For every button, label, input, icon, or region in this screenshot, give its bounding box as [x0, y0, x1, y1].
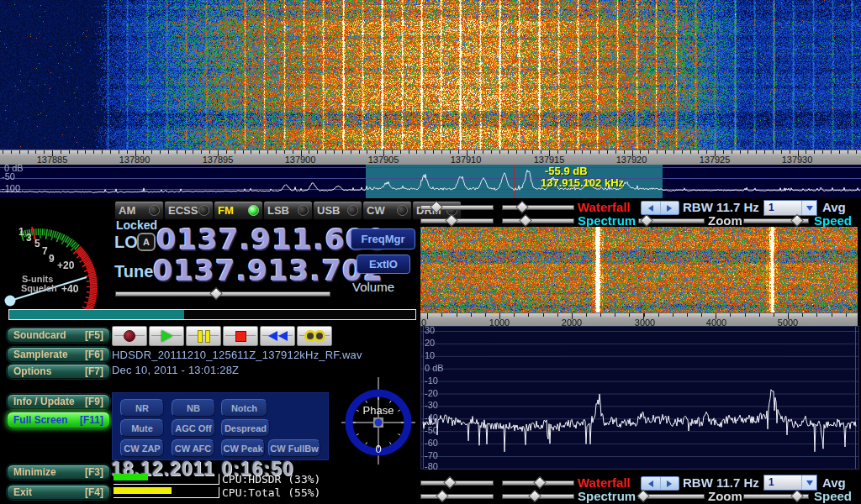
rbw-readout-bottom: RBW 11.7 Hz — [683, 475, 759, 490]
af-waterfall-display[interactable] — [420, 227, 858, 312]
play-button[interactable] — [149, 326, 184, 346]
extio-button[interactable]: ExtIO — [357, 255, 410, 274]
mode-button-usb[interactable]: USB — [313, 201, 362, 220]
signal-level-readout: -55.9 dB — [545, 165, 588, 177]
speed-slider-bottom[interactable] — [743, 491, 809, 501]
progress-fill — [9, 310, 184, 319]
speed-slider-top[interactable] — [743, 215, 809, 226]
smeter-scale-label: 1 — [18, 226, 24, 238]
avg-dropdown-top[interactable]: 1 — [763, 200, 817, 216]
button-label: Full Screen — [13, 414, 68, 426]
slider-thumb[interactable] — [210, 287, 224, 301]
rf-frequency-ruler[interactable]: 137885 137890 137895 137900 137905 13791… — [0, 150, 861, 166]
cpu-hdsdr-bar — [114, 474, 219, 485]
cw-afc-button[interactable]: CW AFC — [172, 439, 214, 457]
slider-track[interactable] — [115, 291, 330, 297]
soundcard-button[interactable]: Soundcard[F5] — [7, 328, 110, 343]
agc-button[interactable]: AGC Off — [172, 419, 215, 437]
waterfall-contrast-slider-bottom[interactable] — [502, 477, 574, 488]
scroll-left-arrow-icon[interactable] — [642, 477, 660, 490]
record-button[interactable] — [112, 326, 147, 346]
smeter-scale-label: 5 — [34, 238, 40, 249]
mute-button[interactable]: Mute — [120, 419, 164, 437]
despread-button[interactable]: Despread — [221, 419, 270, 437]
speed-label-top: Speed — [814, 213, 852, 228]
mode-button-row: AM ECSS FM LSB USB CW DRM — [114, 201, 462, 220]
cw-fullbw-button[interactable]: CW FullBw — [268, 439, 320, 457]
options-button[interactable]: Options[F7] — [7, 364, 110, 379]
waterfall-brightness-slider-bottom[interactable] — [420, 477, 494, 488]
playback-progress-bar[interactable] — [8, 309, 416, 320]
button-label: Minimize — [13, 466, 56, 478]
mode-button-am[interactable]: AM — [114, 201, 164, 220]
stop-button[interactable] — [223, 326, 258, 346]
af-spectrum-display[interactable]: 30 20 10 0 dB -10 -20 -30 -40 -50 -60 -7… — [420, 326, 859, 470]
scroll-right-arrow-icon[interactable] — [660, 202, 679, 214]
fullscreen-button[interactable]: Full Screen[F11] — [7, 412, 110, 428]
pause-button[interactable] — [186, 326, 221, 346]
mode-button-lsb[interactable]: LSB — [263, 201, 313, 220]
band-scroll-bottom[interactable] — [641, 476, 679, 491]
rf-waterfall-display[interactable] — [0, 0, 861, 150]
mode-label: LSB — [267, 204, 289, 217]
tune-frequency-display[interactable]: 0137.913.702 — [153, 254, 383, 287]
samplerate-button[interactable]: Samplerate[F6] — [7, 347, 110, 362]
button-hotkey: [F7] — [85, 365, 103, 377]
nr-button[interactable]: NR — [120, 399, 164, 417]
spectrum-brightness-slider-bottom[interactable] — [420, 491, 494, 501]
spectrum-brightness-slider-top[interactable] — [420, 215, 494, 226]
spectrum-contrast-slider-bottom[interactable] — [502, 491, 574, 501]
scroll-left-arrow-icon[interactable] — [642, 202, 660, 214]
cpu-total-text: CPU:Total (55%) — [222, 486, 320, 499]
band-scroll-top[interactable] — [641, 201, 679, 215]
loop-button[interactable] — [297, 326, 332, 346]
lo-auto-button[interactable]: A — [137, 233, 156, 251]
mode-button-fm[interactable]: FM — [214, 201, 263, 220]
mode-led-active — [248, 205, 259, 216]
notch-button[interactable]: Notch — [221, 399, 267, 417]
smeter-caption: Squelch — [21, 283, 57, 293]
phase-label: Phase — [363, 404, 394, 417]
waterfall-contrast-slider-top[interactable] — [502, 202, 574, 213]
recording-filename: HDSDR_20111210_125611Z_137912kHz_RF.wav — [112, 349, 362, 361]
mode-led — [397, 205, 408, 216]
volume-slider[interactable] — [115, 288, 330, 299]
exit-button[interactable]: Exit[F4] — [7, 485, 110, 500]
db-axis-label: 30 — [425, 325, 435, 335]
zoom-slider-top[interactable] — [638, 215, 705, 226]
cw-zap-button[interactable]: CW ZAP — [120, 439, 164, 457]
rewind-button[interactable] — [260, 326, 295, 346]
volume-label: Volume — [352, 280, 394, 294]
spectrum-contrast-slider-top[interactable] — [502, 215, 574, 226]
locked-indicator: Locked — [116, 218, 157, 232]
pause-icon — [198, 330, 210, 343]
mode-button-cw[interactable]: CW — [362, 201, 412, 220]
minimize-button[interactable]: Minimize[F3] — [7, 465, 110, 480]
nb-button[interactable]: NB — [172, 399, 215, 417]
recording-timestamp: Dec 10, 2011 - 13:01:28Z — [112, 364, 239, 376]
cpu-total-bar — [114, 487, 219, 498]
rf-spectrum-strip[interactable]: 0 dB -50 -100 -55.9 dB 137.915.102 kHz — [0, 165, 861, 198]
button-hotkey: [F4] — [85, 486, 103, 498]
s-meter[interactable]: 1 3 5 7 9 +20 +40 S-units Squelch — [0, 210, 114, 323]
loop-icon — [304, 330, 325, 342]
rf-spectrum-strip-canvas[interactable] — [0, 165, 861, 198]
zoom-slider-bottom[interactable] — [638, 491, 705, 501]
freqmgr-button[interactable]: FreqMgr — [351, 228, 415, 249]
mode-button-ecss[interactable]: ECSS — [164, 201, 214, 220]
waterfall-label-top: Waterfall — [578, 200, 631, 214]
rewind-icon — [268, 331, 288, 341]
cpu-hdsdr-text: CPU:HDSDR (33%) — [222, 473, 320, 486]
dropdown-arrow-icon[interactable] — [801, 475, 816, 490]
squelch-knob[interactable] — [5, 296, 16, 307]
strip-db-label: -50 — [2, 171, 15, 181]
info-update-button[interactable]: Info / Update[F9] — [7, 394, 110, 409]
smeter-scale-label: 9 — [49, 253, 55, 265]
af-spectrum-canvas[interactable] — [421, 327, 858, 469]
cw-peak-button[interactable]: CW Peak — [221, 439, 265, 457]
avg-dropdown-bottom[interactable]: 1 — [763, 475, 817, 491]
scroll-right-arrow-icon[interactable] — [660, 477, 679, 490]
hdsdr-window: 137885 137890 137895 137900 137905 13791… — [0, 0, 861, 504]
stop-icon — [235, 331, 246, 342]
waterfall-brightness-slider-top[interactable] — [420, 202, 494, 213]
